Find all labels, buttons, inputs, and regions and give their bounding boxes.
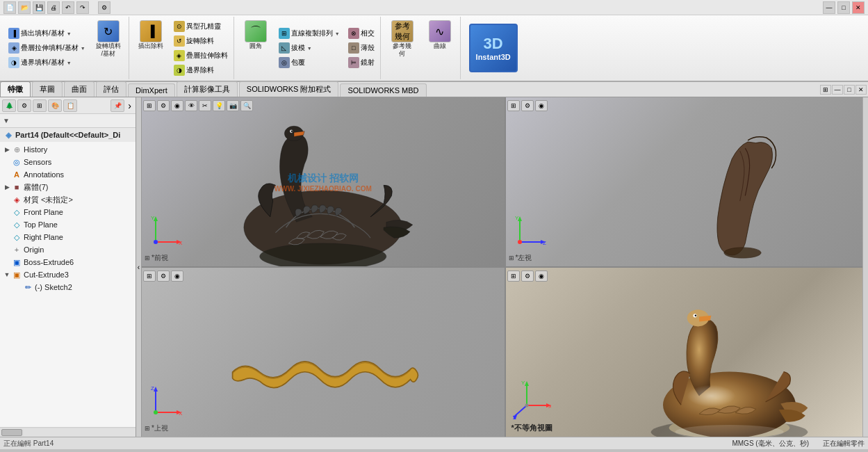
restore-button[interactable]: □ <box>837 1 850 14</box>
svg-point-32 <box>694 315 696 317</box>
intersect-icon: ⊗ <box>348 28 359 39</box>
view-section-button[interactable]: ✂ <box>199 100 211 111</box>
tab-render[interactable]: 計算影像工具 <box>177 81 238 97</box>
reference-geometry-button[interactable]: 参考幾何 參考幾何 <box>385 18 420 78</box>
tab-evaluate[interactable]: 評估 <box>96 81 126 97</box>
tree-item-boss-extrude6[interactable]: ▶ ▣ Boss-Extrude6 <box>0 256 136 268</box>
close-button[interactable]: ✕ <box>852 1 865 14</box>
right-scrollbar[interactable] <box>862 97 868 437</box>
viewport-isometric[interactable]: ⊞ ⚙ ◉ <box>506 268 869 437</box>
view-orient-btn-4[interactable]: ⊞ <box>507 271 520 282</box>
appearance-button[interactable]: 🎨 <box>48 99 62 112</box>
viewport-left[interactable]: ⊞ ⚙ ◉ <box>506 97 869 266</box>
expand-material[interactable]: ▶ <box>3 183 11 191</box>
view-orient-btn-2[interactable]: ⊞ <box>507 100 520 111</box>
boundary-remove-button[interactable]: ◑ 邊界除料 <box>171 63 231 77</box>
view-display-btn-3[interactable]: ◉ <box>171 271 183 282</box>
tree-item-material-setting[interactable]: ▶ ◈ 材質 <未指定> <box>0 193 136 206</box>
view-display-btn-4[interactable]: ◉ <box>535 271 548 282</box>
view-display-btn-2[interactable]: ◉ <box>535 100 548 111</box>
material-setting-icon: ◈ <box>11 194 22 205</box>
tree-item-cut-extrude3[interactable]: ▼ ▣ Cut-Extrude3 <box>0 268 136 281</box>
feature-manager-button[interactable]: 🌲 <box>2 99 16 112</box>
print-button[interactable]: 🖨 <box>47 1 60 14</box>
wrap-button[interactable]: ◎ 包覆 <box>276 56 343 70</box>
tree-item-history[interactable]: ▶ ⊕ History <box>0 143 136 156</box>
fillet-button[interactable]: ⌒ 圓角 <box>238 18 273 78</box>
sidebar-collapse-handle[interactable]: ‹ <box>136 97 142 437</box>
view-settings-btn-3[interactable]: ⚙ <box>157 271 170 282</box>
tab-addins[interactable]: SOLIDWORKS 附加程式 <box>239 81 339 97</box>
svg-text:X: X <box>548 403 551 410</box>
svg-marker-24 <box>154 387 158 392</box>
draft-button[interactable]: ◺ 拔模 ▼ <box>276 41 343 55</box>
expand-cut[interactable]: ▼ <box>3 271 11 279</box>
hole-wizard-button[interactable]: ⊙ 異型孔精靈 <box>171 19 231 33</box>
viewport-top[interactable]: ⊞ ⚙ ◉ X Z ⊞ <box>142 268 505 437</box>
sidebar-scrollbar[interactable] <box>0 427 136 437</box>
expand-history[interactable]: ▶ <box>3 145 11 154</box>
view-settings-button[interactable]: ⚙ <box>157 100 170 111</box>
view-orient-btn-3[interactable]: ⊞ <box>143 271 156 282</box>
tree-item-sketch2[interactable]: ▶ ✏ (-) Sketch2 <box>0 281 136 293</box>
dropdown-arrow5: ▼ <box>307 46 312 51</box>
tree-item-top-plane[interactable]: ▶ ◇ Top Plane <box>0 218 136 231</box>
extrude-remove-button[interactable]: ▐ 插出除料 <box>133 18 168 78</box>
save-button[interactable]: 💾 <box>33 1 45 14</box>
svg-text:Y: Y <box>515 215 519 221</box>
pin-button[interactable]: 📌 <box>110 99 124 112</box>
loft-fill-button[interactable]: ◈ 疊層拉伸填料/基材 ▼ <box>6 41 88 55</box>
rotate-remove-button[interactable]: ↺ 旋轉除料 <box>171 34 231 48</box>
redo-button[interactable]: ↷ <box>76 1 89 14</box>
tree-item-annotations[interactable]: ▶ A Annotations <box>0 168 136 181</box>
tree-item-origin[interactable]: ▶ + Origin <box>0 243 136 256</box>
tree-item-sensors[interactable]: ▶ ◎ Sensors <box>0 156 136 168</box>
svg-point-19 <box>518 240 522 244</box>
curve-button[interactable]: ∿ 曲線 <box>423 18 457 78</box>
tab-surface[interactable]: 曲面 <box>64 81 95 97</box>
part-name-item[interactable]: ◈ Part14 (Default<<Default>_Di <box>0 128 136 142</box>
view-cam-button[interactable]: 📷 <box>227 100 239 111</box>
linear-pattern-button[interactable]: ⊞ 直線複製排列 ▼ <box>276 26 343 40</box>
expand-arrow-button[interactable]: › <box>126 100 133 111</box>
svg-text:Z: Z <box>543 240 546 246</box>
ribbon-col-features: ⊞ 直線複製排列 ▼ ◺ 拔模 ▼ ◎ 包覆 <box>276 18 343 78</box>
rotate-fill-button[interactable]: ↻ 旋轉填料/基材 <box>91 18 126 78</box>
options-button[interactable]: ⚙ <box>98 1 110 14</box>
tab-dimxpert[interactable]: DimXpert <box>128 83 175 97</box>
view-orient-button[interactable]: ⊞ <box>143 100 156 111</box>
scrollbar-track[interactable] <box>24 429 136 436</box>
mirror-button[interactable]: ⊨ 鏡射 <box>345 56 377 70</box>
view-zoom-button[interactable]: 🔍 <box>240 100 253 111</box>
undo-button[interactable]: ↶ <box>62 1 74 14</box>
tree-item-material[interactable]: ▶ ■ 霧體(7) <box>0 181 136 193</box>
property-manager-button[interactable]: ⚙ <box>17 99 31 112</box>
minimize-button[interactable]: — <box>823 1 835 14</box>
custom-properties-button[interactable]: 📋 <box>63 99 77 112</box>
view-hide-button[interactable]: 👁 <box>185 100 197 111</box>
config-manager-button[interactable]: ⊞ <box>33 99 47 112</box>
open-file-button[interactable]: 📂 <box>18 1 31 14</box>
instant3d-button[interactable]: 3D Instant3D <box>469 24 518 72</box>
tab-sketch[interactable]: 草圖 <box>32 81 63 97</box>
scrollbar-thumb[interactable] <box>1 429 22 436</box>
reference-geometry-icon: 参考幾何 <box>391 20 413 42</box>
view-settings-btn-4[interactable]: ⚙ <box>521 271 534 282</box>
extrude-fill-button[interactable]: ▐ 插出填料/基材 ▼ <box>6 26 88 40</box>
view-settings-btn-2[interactable]: ⚙ <box>521 100 534 111</box>
ribbon-col-fill-left: ▐ 插出填料/基材 ▼ ◈ 疊層拉伸填料/基材 ▼ ◑ 邊界填料/基材 ▼ <box>6 18 88 78</box>
tab-mbd[interactable]: SOLIDWORKS MBD <box>340 83 426 97</box>
new-file-button[interactable]: 📄 <box>3 1 16 14</box>
swan-iso-svg <box>506 278 869 437</box>
swan-front-svg <box>142 111 505 266</box>
intersect-button[interactable]: ⊗ 相交 <box>345 26 377 40</box>
tree-item-right-plane[interactable]: ▶ ◇ Right Plane <box>0 231 136 243</box>
loft-remove-button[interactable]: ◈ 疊層拉伸除料 <box>171 49 231 63</box>
view-display-button[interactable]: ◉ <box>171 100 183 111</box>
tree-item-front-plane[interactable]: ▶ ◇ Front Plane <box>0 206 136 218</box>
viewport-front[interactable]: ⊞ ⚙ ◉ 👁 ✂ 💡 📷 🔍 <box>142 97 505 266</box>
tab-features[interactable]: 特徵 <box>0 81 31 97</box>
view-light-button[interactable]: 💡 <box>213 100 225 111</box>
boundary-fill-button[interactable]: ◑ 邊界填料/基材 ▼ <box>6 56 88 70</box>
shell-button[interactable]: □ 薄殼 <box>345 41 377 55</box>
